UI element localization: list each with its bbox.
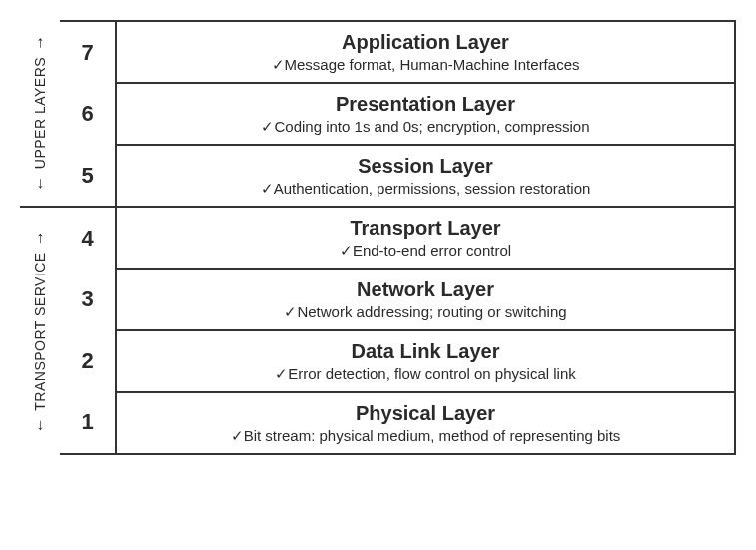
layer-title: Application Layer (342, 30, 509, 54)
layer-title: Physical Layer (356, 401, 495, 425)
layer-desc: Network addressing; routing or switching (284, 303, 566, 321)
group-transport-service: TRANSPORT SERVICE (20, 208, 60, 455)
layer-number: 7 (60, 22, 115, 83)
layer-numbers-column: 7 6 5 4 3 2 1 (60, 20, 115, 455)
group-label: TRANSPORT SERVICE (31, 230, 49, 433)
layer-rows-column: Application Layer Message format, Human-… (115, 20, 736, 455)
osi-diagram: UPPER LAYERS TRANSPORT SERVICE 7 6 5 4 3… (20, 20, 736, 455)
layer-title: Network Layer (357, 277, 494, 301)
layer-title: Transport Layer (350, 216, 500, 240)
table-row: Session Layer Authentication, permission… (117, 146, 734, 208)
layer-title: Data Link Layer (352, 339, 500, 363)
table-row: Presentation Layer Coding into 1s and 0s… (117, 84, 734, 146)
table-row: Physical Layer Bit stream: physical medi… (117, 393, 734, 455)
layer-number: 5 (60, 145, 115, 208)
layer-desc: Bit stream: physical medium, method of r… (231, 427, 621, 445)
layer-desc: Authentication, permissions, session res… (261, 180, 591, 198)
group-label: UPPER LAYERS (31, 34, 49, 191)
table-row: Application Layer Message format, Human-… (117, 22, 734, 84)
table-row: Data Link Layer Error detection, flow co… (117, 331, 734, 393)
layer-title: Session Layer (358, 154, 493, 178)
group-upper-layers: UPPER LAYERS (20, 20, 60, 208)
layer-number: 4 (60, 208, 115, 269)
layer-title: Presentation Layer (336, 92, 515, 116)
layer-desc: Message format, Human-Machine Interfaces (272, 56, 580, 74)
table-row: Transport Layer End-to-end error control (117, 208, 734, 270)
layer-desc: Error detection, flow control on physica… (275, 365, 575, 383)
layer-number: 3 (60, 270, 115, 330)
layer-number: 1 (60, 392, 115, 453)
group-labels-column: UPPER LAYERS TRANSPORT SERVICE (20, 20, 60, 455)
layer-number: 6 (60, 83, 115, 144)
layer-number: 2 (60, 330, 115, 391)
layer-desc: Coding into 1s and 0s; encryption, compr… (261, 118, 589, 136)
group-label-text: UPPER LAYERS (32, 57, 48, 169)
table-row: Network Layer Network addressing; routin… (117, 270, 734, 331)
group-label-text: TRANSPORT SERVICE (32, 252, 48, 410)
layer-desc: End-to-end error control (340, 242, 511, 260)
